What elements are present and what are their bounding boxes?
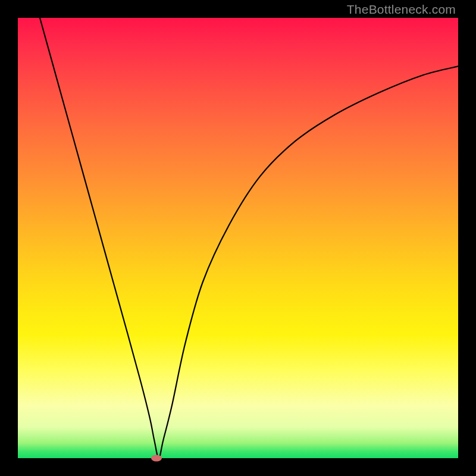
minimum-marker (151, 455, 162, 462)
chart-frame: TheBottleneck.com (0, 0, 476, 476)
bottleneck-curve (18, 18, 458, 458)
watermark-text: TheBottleneck.com (347, 2, 456, 17)
